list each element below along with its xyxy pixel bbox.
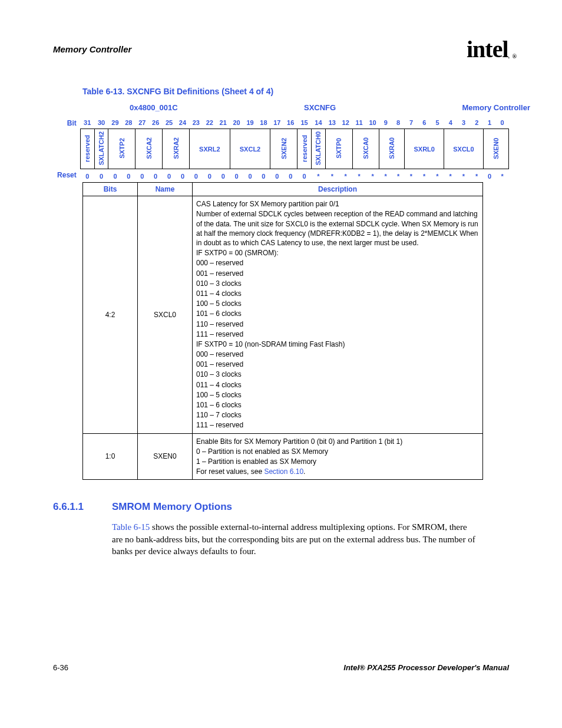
bit-number: 29 <box>108 117 122 129</box>
bit-number: 31 <box>80 117 94 129</box>
table-caption: Table 6-13. SXCNFG Bit Definitions (Shee… <box>82 87 509 96</box>
bit-number: 7 <box>405 117 418 129</box>
bit-number: 19 <box>243 117 257 129</box>
section-link[interactable]: Section 6.10 <box>264 467 303 476</box>
reset-value: 0 <box>216 169 230 183</box>
bit-number: 21 <box>216 117 230 129</box>
bit-field: SXRL0 <box>405 129 444 169</box>
bit-number: 3 <box>457 117 470 129</box>
bit-number: 25 <box>163 117 176 129</box>
reset-value: * <box>418 169 431 183</box>
bit-number: 27 <box>135 117 149 129</box>
bit-number: 20 <box>230 117 243 129</box>
reset-value: 0 <box>230 169 243 183</box>
description-cell: Enable Bits for SX Memory Partition 0 (b… <box>193 433 483 480</box>
reset-value: 0 <box>257 169 270 183</box>
bit-number: 18 <box>257 117 270 129</box>
reset-value: * <box>470 169 483 183</box>
bit-field: SXLATCH2 <box>94 129 108 169</box>
reset-value: 0 <box>108 169 122 183</box>
bit-number: 14 <box>312 117 326 129</box>
bit-number: 24 <box>176 117 190 129</box>
reset-value: 0 <box>176 169 190 183</box>
register-name: SXCNFG <box>304 103 336 112</box>
intel-logo: intel. ® <box>467 35 509 63</box>
register-address: 0x4800_001C <box>130 103 178 112</box>
reset-value: * <box>325 169 339 183</box>
page-header: Memory Controller intel. ® <box>53 35 509 63</box>
reset-value: 0 <box>163 169 176 183</box>
bit-number: 17 <box>270 117 284 129</box>
bits-cell: 4:2 <box>83 196 138 433</box>
bit-field: SXLATCH0 <box>312 129 326 169</box>
bit-number: 11 <box>352 117 366 129</box>
reset-value: * <box>366 169 379 183</box>
bit-number: 2 <box>470 117 483 129</box>
name-cell: SXCL0 <box>138 196 193 433</box>
bit-field: SXCA2 <box>135 129 163 169</box>
reset-value: 0 <box>189 169 203 183</box>
reset-value: * <box>352 169 366 183</box>
section-body: Table 6-15 shows the possible external-t… <box>112 521 477 557</box>
section-title: Memory Controller <box>53 44 131 54</box>
reset-value: 0 <box>149 169 163 183</box>
bit-number: 16 <box>284 117 297 129</box>
bit-row-label: Bit <box>53 117 77 130</box>
register-owner: Memory Controller <box>462 103 530 112</box>
reset-value: * <box>392 169 404 183</box>
bit-number: 13 <box>325 117 339 129</box>
name-cell: SXEN0 <box>138 433 193 480</box>
section-number: 6.6.1.1 <box>53 501 112 513</box>
reset-value: 0 <box>203 169 216 183</box>
page-number: 6-36 <box>53 663 68 672</box>
reset-value: * <box>431 169 444 183</box>
bit-number: 10 <box>366 117 379 129</box>
bit-field: SXRL2 <box>189 129 230 169</box>
bit-number: 8 <box>392 117 404 129</box>
bit-field: SXCA0 <box>352 129 379 169</box>
col-header-description: Description <box>193 183 483 196</box>
bit-field: reserved <box>80 129 94 169</box>
reset-value: 0 <box>243 169 257 183</box>
doc-title: Intel® PXA255 Processor Developer's Manu… <box>343 663 509 672</box>
reset-value: 0 <box>122 169 135 183</box>
bits-cell: 1:0 <box>83 433 138 480</box>
reset-value: * <box>339 169 352 183</box>
bit-definition-table: 3130292827262524232221201918171615141312… <box>80 117 509 182</box>
bit-number: 12 <box>339 117 352 129</box>
section-heading: 6.6.1.1 SMROM Memory Options <box>53 501 509 513</box>
reset-value: * <box>496 169 509 183</box>
bit-number: 4 <box>444 117 457 129</box>
bit-field: SXEN0 <box>483 129 508 169</box>
section-title-text: SMROM Memory Options <box>112 501 232 513</box>
bit-field: SXEN2 <box>270 129 297 169</box>
table-link[interactable]: Table 6-15 <box>112 522 150 532</box>
bit-field: SXTP2 <box>108 129 135 169</box>
reset-value: 0 <box>270 169 284 183</box>
reset-value: 0 <box>284 169 297 183</box>
reset-value: * <box>312 169 326 183</box>
bit-field: SXCL2 <box>230 129 270 169</box>
body-post: shows the possible external-to-internal … <box>112 522 475 556</box>
register-header: 0x4800_001C SXCNFG Memory Controller <box>82 103 554 112</box>
bit-number: 5 <box>431 117 444 129</box>
bit-field: SXRA2 <box>163 129 190 169</box>
bit-number: 9 <box>379 117 392 129</box>
page-footer: 6-36 Intel® PXA255 Processor Developer's… <box>53 663 509 672</box>
col-header-name: Name <box>138 183 193 196</box>
bit-number: 30 <box>94 117 108 129</box>
logo-text: intel <box>467 36 508 62</box>
reset-value: * <box>405 169 418 183</box>
reset-value: 0 <box>80 169 94 183</box>
reset-value: 0 <box>135 169 149 183</box>
bit-number: 1 <box>483 117 495 129</box>
col-header-bits: Bits <box>83 183 138 196</box>
reset-value: 0 <box>297 169 312 183</box>
bit-field: SXTP0 <box>325 129 352 169</box>
description-table: Bits Name Description 4:2SXCL0CAS Latenc… <box>82 182 483 480</box>
reset-value: 0 <box>483 169 495 183</box>
description-cell: CAS Latency for SX Memory partition pair… <box>193 196 483 433</box>
reset-row-label: Reset <box>53 169 77 182</box>
bit-number: 23 <box>189 117 203 129</box>
bit-field: reserved <box>297 129 312 169</box>
